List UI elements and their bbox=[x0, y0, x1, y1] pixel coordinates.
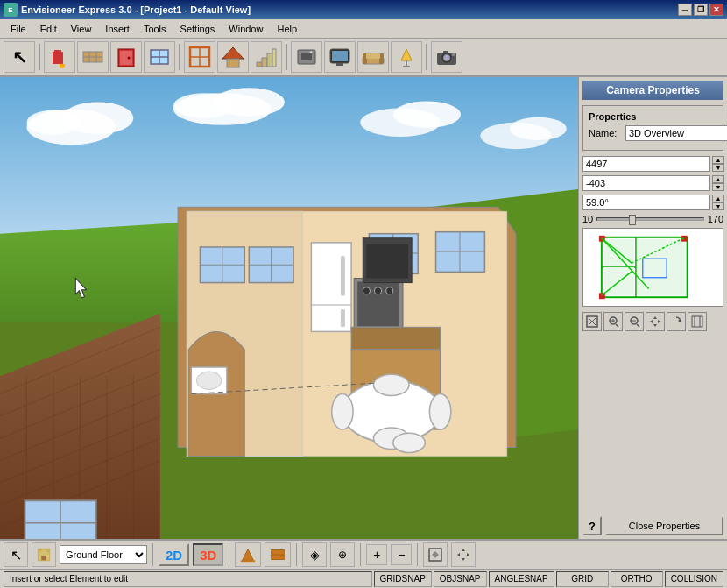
bottom-select-cursor[interactable]: ↖ bbox=[4, 542, 28, 567]
lamp-tool-button[interactable] bbox=[391, 41, 422, 73]
window-controls[interactable]: ─ ❐ ✕ bbox=[678, 4, 723, 16]
slider-bar[interactable] bbox=[596, 217, 703, 221]
snap-button[interactable]: ⊕ bbox=[330, 542, 355, 567]
slider-thumb[interactable] bbox=[629, 215, 636, 225]
view-options-button[interactable] bbox=[688, 312, 707, 331]
view-top-button[interactable] bbox=[265, 542, 291, 567]
zoom-in-viewport-button[interactable]: + bbox=[366, 544, 387, 565]
menu-edit[interactable]: Edit bbox=[33, 22, 64, 36]
fit-view-button[interactable] bbox=[423, 542, 448, 567]
svg-rect-19 bbox=[267, 53, 272, 67]
status-collision[interactable]: COLLISION bbox=[665, 571, 723, 587]
svg-marker-140 bbox=[653, 324, 657, 327]
right-panel: Camera Properties Properties Name: ▲ ▼ ▲… bbox=[578, 77, 727, 539]
pan-viewport-button[interactable] bbox=[451, 542, 476, 567]
zoom-extents-button[interactable] bbox=[582, 312, 602, 331]
svg-rect-99 bbox=[351, 327, 441, 349]
svg-marker-31 bbox=[401, 49, 412, 60]
field3-group: ▲ ▼ bbox=[582, 195, 723, 210]
bottom-sep-4 bbox=[360, 543, 361, 566]
close-properties-button[interactable]: Close Properties bbox=[605, 516, 723, 535]
svg-rect-98 bbox=[366, 244, 408, 279]
roof-tool-button[interactable] bbox=[217, 41, 249, 73]
scene-3d bbox=[0, 77, 578, 539]
svg-rect-91 bbox=[341, 309, 345, 327]
select-tool-button[interactable]: ↖ bbox=[4, 41, 35, 73]
rotate-button[interactable] bbox=[667, 312, 686, 331]
status-gridsnap[interactable]: GRIDSNAP bbox=[374, 571, 432, 587]
room-tool-button[interactable] bbox=[184, 41, 215, 73]
close-properties-row: ? Close Properties bbox=[582, 516, 723, 535]
status-grid[interactable]: GRID bbox=[556, 571, 609, 587]
viewport[interactable] bbox=[0, 77, 578, 539]
svg-rect-144 bbox=[692, 316, 702, 327]
svg-point-108 bbox=[196, 372, 221, 389]
field1-input[interactable] bbox=[582, 156, 710, 172]
svg-rect-151 bbox=[241, 560, 255, 562]
field3-spinners: ▲ ▼ bbox=[712, 195, 724, 210]
name-row: Name: bbox=[589, 125, 717, 141]
wall-tool-button[interactable] bbox=[77, 41, 109, 73]
stairs-tool-button[interactable] bbox=[251, 41, 282, 73]
svg-rect-25 bbox=[332, 51, 348, 61]
menu-settings[interactable]: Settings bbox=[173, 22, 222, 36]
view-perspective-button[interactable] bbox=[235, 542, 261, 567]
menu-tools[interactable]: Tools bbox=[137, 22, 173, 36]
field1-down[interactable]: ▼ bbox=[712, 164, 724, 172]
window-tool-button[interactable] bbox=[144, 41, 175, 73]
svg-point-96 bbox=[386, 287, 393, 294]
restore-button[interactable]: ❐ bbox=[694, 4, 708, 16]
field1-up[interactable]: ▲ bbox=[712, 156, 724, 164]
toolbar-separator-3 bbox=[286, 44, 287, 70]
field2-group: ▲ ▼ bbox=[582, 175, 723, 191]
svg-point-94 bbox=[363, 287, 370, 294]
menu-file[interactable]: File bbox=[4, 22, 33, 36]
field1-group: ▲ ▼ bbox=[582, 156, 723, 172]
svg-marker-142 bbox=[658, 320, 660, 323]
menu-help[interactable]: Help bbox=[270, 22, 304, 36]
svg-rect-22 bbox=[301, 53, 312, 60]
appliance-tool-button[interactable] bbox=[291, 41, 322, 73]
status-ortho[interactable]: ORTHO bbox=[611, 571, 663, 587]
toolbar: ↖ bbox=[0, 39, 727, 77]
mode-2d-button[interactable]: 2D bbox=[159, 543, 189, 566]
field2-down[interactable]: ▼ bbox=[712, 183, 724, 191]
pan-button[interactable] bbox=[646, 312, 665, 331]
svg-rect-20 bbox=[272, 49, 276, 67]
bottom-navigate-button[interactable] bbox=[32, 542, 56, 567]
field3-up[interactable]: ▲ bbox=[712, 195, 724, 202]
camera-tool-button[interactable] bbox=[431, 41, 462, 73]
zoom-in-button[interactable] bbox=[603, 312, 623, 331]
menu-view[interactable]: View bbox=[64, 22, 99, 36]
status-objsnap[interactable]: OBJSNAP bbox=[434, 571, 487, 587]
zoom-out-button[interactable] bbox=[625, 312, 644, 331]
mini-map[interactable] bbox=[582, 228, 723, 307]
svg-rect-88 bbox=[311, 243, 351, 332]
field2-up[interactable]: ▲ bbox=[712, 175, 724, 183]
mode-3d-button[interactable]: 3D bbox=[193, 543, 223, 566]
select-object-button[interactable]: ◈ bbox=[302, 542, 327, 567]
svg-rect-37 bbox=[443, 51, 448, 53]
name-input[interactable] bbox=[625, 125, 727, 141]
menu-window[interactable]: Window bbox=[222, 22, 270, 36]
paint-tool-button[interactable] bbox=[44, 41, 75, 73]
help-button[interactable]: ? bbox=[582, 516, 602, 535]
panel-title: Camera Properties bbox=[582, 81, 723, 100]
status-anglesnap[interactable]: ANGLESNAP bbox=[489, 571, 554, 587]
field2-spinners: ▲ ▼ bbox=[712, 175, 724, 191]
menu-bar: File Edit View Insert Tools Settings Win… bbox=[0, 19, 727, 39]
svg-point-103 bbox=[373, 374, 409, 395]
close-button[interactable]: ✕ bbox=[709, 4, 723, 16]
field2-input[interactable] bbox=[582, 175, 710, 191]
tv-tool-button[interactable] bbox=[324, 41, 356, 73]
svg-rect-1 bbox=[54, 50, 61, 53]
furniture-tool-button[interactable] bbox=[357, 41, 389, 73]
minimize-button[interactable]: ─ bbox=[678, 4, 692, 16]
zoom-out-viewport-button[interactable]: − bbox=[391, 544, 412, 565]
floor-selector[interactable]: Ground Floor First Floor Second Floor bbox=[60, 545, 147, 564]
field3-down[interactable]: ▼ bbox=[712, 202, 724, 210]
menu-insert[interactable]: Insert bbox=[98, 22, 137, 36]
view-icon-row bbox=[582, 312, 723, 331]
door-tool-button[interactable] bbox=[110, 41, 142, 73]
field3-input[interactable] bbox=[582, 195, 710, 210]
